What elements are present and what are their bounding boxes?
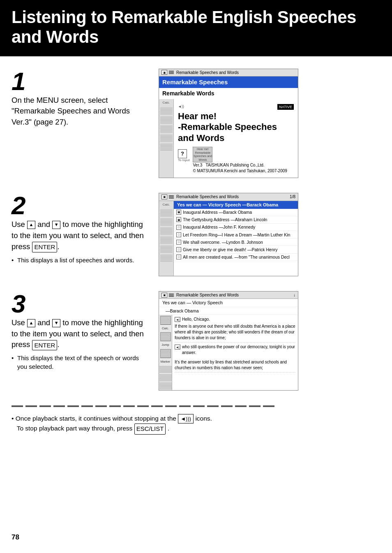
dash-16 xyxy=(221,405,233,407)
screen1-body: Calc. NATIVE ◄)) Hear me! xyxy=(159,99,298,178)
step-1-screen-container: ▣ Remarkable Speeches and Words Remarkab… xyxy=(159,69,380,178)
dash-1 xyxy=(12,405,23,407)
speech-text-hello: Hello, Chicago. xyxy=(182,317,210,322)
dash-5 xyxy=(67,405,79,407)
up-arrow-key[interactable]: ▲ xyxy=(27,221,35,229)
calc-label-2: Calc. xyxy=(162,203,170,207)
speech-line-2: ◄| who still questions the power of our … xyxy=(175,344,295,356)
sidebar-cell-3 xyxy=(160,125,173,132)
divider xyxy=(12,405,380,407)
step-2-text: Use ▲ and ▼ to move the highlighting to … xyxy=(12,219,147,252)
list-icon-1: ▣ xyxy=(176,210,181,215)
to-input-label: To Input xyxy=(178,158,189,163)
screen2-selected-row: Yes we can — Victory Speech —Barack Obam… xyxy=(174,201,298,209)
sidebar-cell-5 xyxy=(160,143,173,150)
list-item-7: □ All men are created equal. —from "The … xyxy=(174,254,298,261)
dash-15 xyxy=(207,405,219,407)
dash-8 xyxy=(109,405,121,407)
screen1-main-content: NATIVE ◄)) Hear me! -Remarkable Speeches… xyxy=(174,99,298,178)
page-number: 78 xyxy=(12,533,19,541)
sidebar-cell-2-2 xyxy=(160,218,173,225)
dash-7 xyxy=(95,405,107,407)
down-arrow-key[interactable]: ▼ xyxy=(52,221,60,229)
book-icon-2: ▣ xyxy=(161,194,167,199)
speech-line-1: ◄| Hello, Chicago. xyxy=(175,317,295,322)
footer-note: • Once playback starts, it continues wit… xyxy=(0,414,392,446)
speech-text-who: who still questions the power of our dem… xyxy=(182,344,295,356)
enter-key-3[interactable]: ENTER xyxy=(32,340,57,351)
step-2-number: 2 xyxy=(12,193,147,218)
screen1-thumbnail: Hear me! Remarkable Speeches and Words xyxy=(193,147,212,162)
sidebar-cell-3-2 xyxy=(159,374,172,381)
sidebar-btn-jump xyxy=(160,332,171,341)
sidebar-label-calc: Calc. xyxy=(162,326,169,331)
screen2-sidebar: Calc. xyxy=(159,201,174,276)
screen3-topbar-title: Remarkable Speeches and Words xyxy=(176,292,239,298)
step-3-bullet: This displays the text of the speech or … xyxy=(12,354,147,371)
sidebar-label-marker: Marker xyxy=(161,360,170,364)
screen2-list: Yes we can — Victory Speech —Barack Obam… xyxy=(174,201,298,276)
dash-14 xyxy=(193,405,205,407)
sidebar-cell-2-4 xyxy=(160,236,173,243)
screen1-unselected-item: Remarkable Words xyxy=(159,88,298,99)
sidebar-cell-3-3 xyxy=(159,382,172,389)
step-3-number: 3 xyxy=(12,291,147,317)
sidebar-btn-marker xyxy=(160,349,171,358)
hear-me-heading: Hear me! -Remarkable Speeches and Words xyxy=(178,111,294,143)
screen3-author-row: —Barack Obama xyxy=(159,307,298,315)
step-1-row: 1 On the MENU screen, select "Remarkable… xyxy=(12,69,380,178)
esc-list-key[interactable]: ESC/LIST xyxy=(134,423,166,435)
sidebar-cell-1 xyxy=(160,107,173,114)
list-icon-4: □ xyxy=(176,232,181,237)
list-icon-5: □ xyxy=(176,240,181,245)
screen3-body: Calc. Jump Marker ◄| Hello, Chicago. xyxy=(159,315,298,390)
step-1-left: 1 On the MENU screen, select "Remarkable… xyxy=(12,69,147,131)
up-arrow-key-3[interactable]: ▲ xyxy=(27,319,35,327)
screen3-title-row: Yes we can — Victory Speech xyxy=(159,299,298,307)
speech-para-1: If there is anyone out there who still d… xyxy=(175,324,295,342)
screen-2: ▣ Remarkable Speeches and Words 1/8 Calc… xyxy=(159,193,298,276)
screen3-topbar: ▣ Remarkable Speeches and Words ↓ xyxy=(159,292,298,299)
down-arrow-key-3[interactable]: ▼ xyxy=(52,319,60,327)
dash-2 xyxy=(25,405,37,407)
step-2-row: 2 Use ▲ and ▼ to move the highlighting t… xyxy=(12,193,380,276)
screen-3: ▣ Remarkable Speeches and Words ↓ Yes we… xyxy=(159,291,298,391)
list-icon-3: □ xyxy=(176,225,181,230)
list-icon-7: □ xyxy=(176,255,181,259)
screen2-body: Calc. Yes we can — Victory Speech —Barac… xyxy=(159,201,298,276)
page-header: Listening to Remarkable English Speeches… xyxy=(0,0,392,56)
step-1-number: 1 xyxy=(12,69,147,94)
footer-bullet-icon: • xyxy=(12,415,16,422)
step-3-screen-container: ▣ Remarkable Speeches and Words ↓ Yes we… xyxy=(159,291,380,391)
dash-9 xyxy=(123,405,135,407)
step-2-bullet: This displays a list of speeches and wor… xyxy=(12,256,147,264)
main-content: 1 On the MENU screen, select "Remarkable… xyxy=(0,69,392,391)
list-item-6: □ Give me liberty or give me death! —Pat… xyxy=(174,246,298,253)
screen3-sidebar: Calc. Jump Marker xyxy=(159,315,172,390)
list-item-1: ▣ Inaugural Address —Barack Obama xyxy=(174,209,298,216)
speech-para-2: It's the answer told by lines that stret… xyxy=(175,359,295,373)
screen1-selected-item: Remarkable Speeches xyxy=(159,76,298,88)
play-icon-2: ◄| xyxy=(175,345,180,349)
native-badge: NATIVE xyxy=(277,104,294,110)
screen2-topbar: ▣ Remarkable Speeches and Words 1/8 xyxy=(159,193,298,201)
screen2-page: 1/8 xyxy=(290,194,295,200)
calc-label: Calc. xyxy=(162,101,170,105)
screen1-bottom-row: ? To Input Hear me! Remarkable Speeches … xyxy=(178,147,294,174)
enter-key-2[interactable]: ENTER xyxy=(32,242,57,252)
screen3-topbar-left: ▣ Remarkable Speeches and Words xyxy=(161,292,239,298)
dash-3 xyxy=(39,405,51,407)
dash-12 xyxy=(165,405,177,407)
footer-text-1: Once playback starts, it continues witho… xyxy=(16,415,176,422)
sidebar-cell-2 xyxy=(160,116,173,123)
step-3-left: 3 Use ▲ and ▼ to move the highlighting t… xyxy=(12,291,147,371)
screen3-arrow: ↓ xyxy=(293,292,295,298)
dash-4 xyxy=(53,405,65,407)
screen2-topbar-title: Remarkable Speeches and Words xyxy=(176,194,239,200)
screen2-empty-space xyxy=(174,261,298,276)
menu-bars-icon xyxy=(169,71,174,74)
list-item-2: ▣ The Gettysburg Address —Abraham Lincol… xyxy=(174,216,298,224)
screen1-thumb-area: Hear me! Remarkable Speeches and Words V… xyxy=(193,147,287,174)
dash-18 xyxy=(249,405,261,407)
step-2-screen-container: ▣ Remarkable Speeches and Words 1/8 Calc… xyxy=(159,193,380,276)
